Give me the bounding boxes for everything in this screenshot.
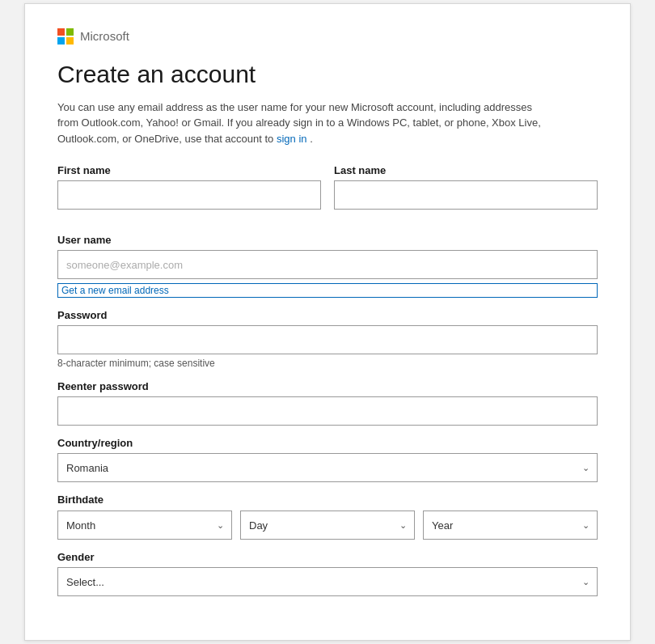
- year-select-wrapper: Year ⌄: [423, 511, 598, 540]
- username-input[interactable]: [57, 250, 598, 279]
- password-input[interactable]: [57, 325, 598, 354]
- password-group: Password 8-character minimum; case sensi…: [57, 309, 598, 369]
- gender-select[interactable]: Select... Male Female Other: [57, 567, 598, 596]
- ms-logo-grid: [57, 28, 74, 44]
- first-name-input[interactable]: [57, 180, 321, 210]
- last-name-group: Last name: [334, 164, 598, 210]
- description-end: .: [310, 133, 313, 145]
- username-group: User name Get a new email address: [57, 234, 598, 298]
- reenter-password-label: Reenter password: [57, 380, 598, 392]
- last-name-label: Last name: [334, 164, 598, 176]
- gender-group: Gender Select... Male Female Other ⌄: [57, 551, 598, 596]
- country-select-wrapper: Romania ⌄: [57, 453, 598, 482]
- logo-red-square: [57, 28, 65, 36]
- reenter-password-input[interactable]: [57, 396, 598, 426]
- name-row: First name Last name: [57, 164, 598, 221]
- birthdate-row: Month January February March April May J…: [57, 511, 598, 540]
- password-hint: 8-character minimum; case sensitive: [57, 358, 598, 369]
- first-name-group: First name: [57, 164, 321, 210]
- birthdate-label: Birthdate: [57, 494, 598, 506]
- password-label: Password: [57, 309, 598, 321]
- gender-label: Gender: [57, 551, 598, 563]
- microsoft-brand-text: Microsoft: [80, 29, 129, 43]
- logo-blue-square: [57, 37, 65, 44]
- country-label: Country/region: [57, 437, 598, 449]
- month-select[interactable]: Month January February March April May J…: [57, 511, 232, 540]
- username-label: User name: [57, 234, 598, 246]
- country-group: Country/region Romania ⌄: [57, 437, 598, 482]
- sign-in-link[interactable]: sign in: [277, 133, 307, 145]
- page-description: You can use any email address as the use…: [57, 100, 543, 147]
- country-select[interactable]: Romania: [57, 453, 598, 482]
- day-select[interactable]: Day: [240, 511, 415, 540]
- get-email-link[interactable]: Get a new email address: [57, 283, 598, 298]
- day-select-wrapper: Day ⌄: [240, 511, 415, 540]
- page-title: Create an account: [57, 61, 598, 88]
- year-select[interactable]: Year: [423, 511, 598, 540]
- birthdate-group: Birthdate Month January February March A…: [57, 494, 598, 540]
- microsoft-logo: Microsoft: [57, 28, 598, 44]
- month-select-wrapper: Month January February March April May J…: [57, 511, 232, 540]
- gender-select-wrapper: Select... Male Female Other ⌄: [57, 567, 598, 596]
- main-window: Microsoft Create an account You can use …: [24, 3, 631, 642]
- reenter-password-group: Reenter password: [57, 380, 598, 426]
- logo-green-square: [66, 28, 74, 36]
- first-name-label: First name: [57, 164, 321, 176]
- logo-yellow-square: [66, 37, 74, 44]
- last-name-input[interactable]: [334, 180, 598, 210]
